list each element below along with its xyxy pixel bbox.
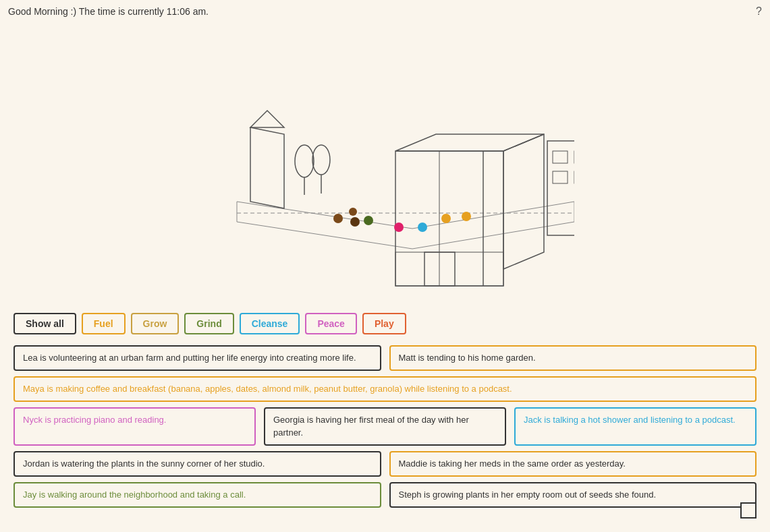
svg-marker-9 xyxy=(395,134,544,151)
filter-bar: Show allFuelGrowGrindCleansePeacePlay xyxy=(0,313,770,334)
activity-row-5: Jay is walking around the neighborhood a… xyxy=(13,482,757,508)
svg-marker-0 xyxy=(237,202,574,249)
bottom-right-square-icon xyxy=(740,502,757,519)
svg-marker-2 xyxy=(250,111,284,127)
svg-rect-19 xyxy=(553,171,568,183)
scene-illustration xyxy=(0,23,770,313)
filter-btn-show-all[interactable]: Show all xyxy=(13,313,76,334)
svg-marker-1 xyxy=(250,127,284,208)
svg-point-26 xyxy=(441,214,451,223)
activity-row-2: Maya is making coffee and breakfast (ban… xyxy=(13,376,757,402)
help-icon[interactable]: ? xyxy=(756,5,762,18)
svg-point-24 xyxy=(394,223,404,232)
greeting-text: Good Morning :) The time is currently 11… xyxy=(8,6,209,17)
activity-card: Maddie is taking her meds in the same or… xyxy=(389,451,757,477)
activity-card: Nyck is practicing piano and reading. xyxy=(13,407,256,445)
svg-point-23 xyxy=(364,216,373,225)
activity-card: Jordan is watering the plants in the sun… xyxy=(13,451,381,477)
filter-btn-grind[interactable]: Grind xyxy=(184,313,233,334)
svg-point-21 xyxy=(333,214,343,223)
activity-card: Maya is making coffee and breakfast (ban… xyxy=(13,376,757,402)
activity-row-4: Jordan is watering the plants in the sun… xyxy=(13,451,757,477)
activity-card: Georgia is having her first meal of the … xyxy=(264,407,506,445)
filter-btn-grow[interactable]: Grow xyxy=(131,313,180,334)
svg-point-3 xyxy=(295,145,314,177)
filter-btn-fuel[interactable]: Fuel xyxy=(82,313,126,334)
svg-point-5 xyxy=(312,145,330,175)
header: Good Morning :) The time is currently 11… xyxy=(0,0,770,23)
svg-point-27 xyxy=(462,212,471,221)
filter-btn-cleanse[interactable]: Cleanse xyxy=(240,313,300,334)
svg-point-28 xyxy=(349,208,357,216)
activity-card: Matt is tending to his home garden. xyxy=(389,345,757,371)
activity-card: Jack is talking a hot shower and listeni… xyxy=(514,407,757,445)
svg-marker-10 xyxy=(503,134,544,269)
svg-point-25 xyxy=(418,223,427,232)
svg-rect-15 xyxy=(547,141,574,235)
svg-rect-17 xyxy=(553,151,568,163)
svg-rect-14 xyxy=(395,252,503,286)
activity-card: Jay is walking around the neighborhood a… xyxy=(13,482,381,508)
filter-btn-play[interactable]: Play xyxy=(362,313,406,334)
activity-row-1: Lea is volunteering at an urban farm and… xyxy=(13,345,757,371)
activity-card: Lea is volunteering at an urban farm and… xyxy=(13,345,381,371)
svg-point-22 xyxy=(350,217,360,227)
filter-btn-peace[interactable]: Peace xyxy=(305,313,356,334)
activity-card: Steph is growing plants in her empty roo… xyxy=(389,482,757,508)
building-scene-svg xyxy=(196,47,574,289)
activity-row-3: Nyck is practicing piano and reading.Geo… xyxy=(13,407,757,445)
activity-area: Lea is volunteering at an urban farm and… xyxy=(0,345,770,508)
